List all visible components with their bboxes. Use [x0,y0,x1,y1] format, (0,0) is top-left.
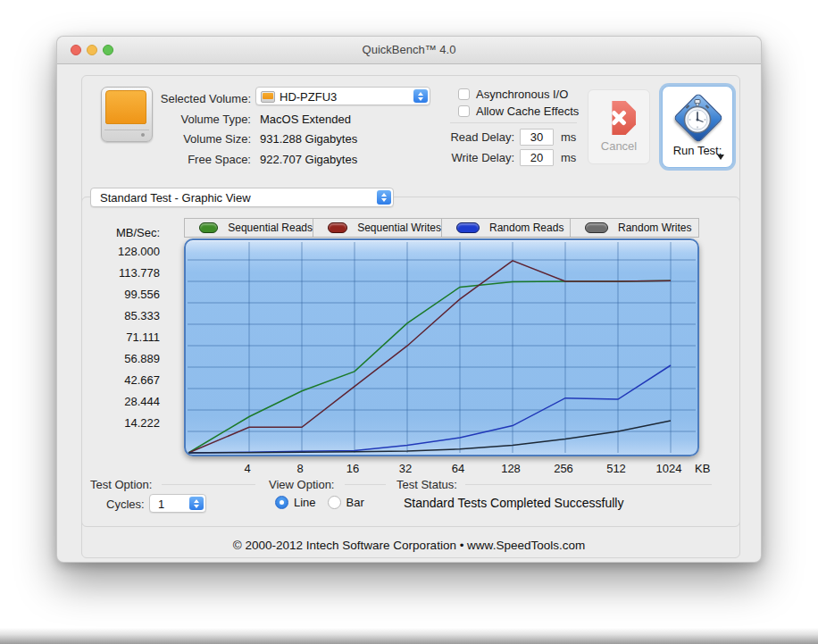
x-tick-label: 256 [554,462,573,475]
y-tick-label: 99.556 [75,288,160,301]
test-option-divider [162,484,255,485]
delay-group-divider [450,122,577,123]
legend-label: Random Writes [618,222,691,234]
footer-copyright: © 2000-2012 Intech Software Corporation … [57,539,761,552]
selected-volume-label: Selected Volume: [133,92,251,105]
test-view-dropdown[interactable]: Standard Test - Graphic View [90,188,394,207]
x-axis-labels: 481632641282565121024KB [184,462,729,476]
x-tick-label: 4 [244,462,250,475]
legend-swatch-icon [199,222,218,233]
write-delay-label: Write Delay: [432,151,514,164]
test-option-label: Test Option: [90,478,152,491]
async-io-label: Asynchronous I/O [476,88,568,101]
radio-bar[interactable] [328,496,341,509]
run-test-button[interactable]: Run Test: [662,86,733,168]
x-tick-label: 16 [346,462,359,475]
legend-swatch-icon [456,222,480,233]
stopwatch-icon [681,98,714,136]
legend-item-sequential-reads: Sequential Reads [185,219,313,237]
cache-effects-row: Allow Cache Effects [458,105,579,118]
radio-label-line: Line [294,496,316,509]
legend-label: Sequential Writes [357,222,441,234]
cancel-button-label: Cancel [588,139,649,153]
radio-label-bar: Bar [346,496,364,509]
legend-label: Sequential Reads [228,222,313,234]
cache-effects-label: Allow Cache Effects [476,105,579,118]
legend-item-random-writes: Random Writes [571,219,698,237]
test-status-label: Test Status: [396,478,457,491]
run-test-menu-triangle-icon [717,155,724,160]
cycles-stepper-icon [189,497,204,510]
volume-size-value: 931.288 Gigabytes [260,132,357,146]
stopwatch-diamond-icon [672,92,722,142]
series-line-sequential-writes [188,261,671,453]
view-option-radio-group: LineBar [275,496,376,509]
drive-groove [104,130,149,130]
benchmark-chart [184,238,699,456]
mini-drive-icon [261,91,275,103]
legend-item-random-reads: Random Reads [442,219,571,237]
desktop-bottom-edge [0,628,818,644]
y-tick-label: 85.333 [75,309,160,322]
write-delay-input[interactable]: 20 [520,149,554,166]
cycles-stepper[interactable]: 1 [149,494,206,513]
quickbench-window: QuickBench™ 4.0 Selected Volume: Volume … [56,36,762,563]
read-delay-input[interactable]: 30 [520,129,554,146]
y-tick-label: 28.444 [75,395,160,408]
series-line-random-reads [188,365,671,453]
read-delay-label: Read Delay: [432,130,514,144]
stop-octagon-icon [602,101,636,135]
x-tick-label: 512 [606,462,626,475]
x-tick-label: 128 [501,462,521,475]
x-axis-unit-label: KB [695,462,710,475]
async-io-row: Asynchronous I/O [458,88,568,101]
x-tick-label: 8 [296,462,303,475]
legend-swatch-icon [328,222,347,233]
y-tick-label: 42.667 [75,373,160,387]
legend-swatch-icon [585,222,608,233]
cancel-button[interactable]: Cancel [588,89,650,164]
cycles-value: 1 [158,497,164,510]
volume-type-label: Volume Type: [133,113,251,126]
titlebar: QuickBench™ 4.0 [57,37,761,64]
view-option-label: View Option: [269,478,334,491]
y-axis-labels: 128.000113.77899.55685.33371.11156.88942… [75,245,160,432]
volume-type-value: MacOS Extended [260,113,351,126]
y-tick-label: 113.778 [75,266,160,280]
series-line-random-writes [188,421,671,453]
test-status-divider [465,484,712,485]
x-tick-label: 1024 [656,462,682,475]
volume-size-label: Volume Size: [133,132,251,146]
dropdown-stepper-icon [377,190,391,205]
cycles-label: Cycles: [106,498,145,511]
x-tick-label: 32 [399,462,412,475]
chart-legend: Sequential ReadsSequential WritesRandom … [184,218,699,238]
legend-label: Random Reads [489,222,563,234]
free-space-label: Free Space: [133,153,251,166]
dropdown-stepper-icon [413,89,428,103]
volume-select-dropdown[interactable]: HD-PZFU3 [255,87,430,105]
legend-item-sequential-writes: Sequential Writes [313,219,442,237]
window-title: QuickBench™ 4.0 [57,43,761,56]
y-axis-title: MB/Sec: [75,226,160,239]
test-view-value: Standard Test - Graphic View [100,191,251,205]
radio-line[interactable] [275,496,288,509]
free-space-value: 922.707 Gigabytes [260,153,357,166]
y-tick-label: 56.889 [75,352,160,365]
y-tick-label: 71.111 [75,330,160,344]
view-option-divider [345,484,386,485]
y-tick-label: 14.222 [75,416,160,430]
async-io-checkbox[interactable] [458,88,470,100]
status-text: Standard Tests Completed Successfully [404,496,623,510]
write-delay-unit: ms [561,151,576,164]
read-delay-unit: ms [561,130,576,144]
cache-effects-checkbox[interactable] [458,105,470,117]
y-tick-label: 128.000 [75,245,160,258]
x-tick-label: 64 [452,462,464,475]
volume-select-value: HD-PZFU3 [280,89,337,103]
